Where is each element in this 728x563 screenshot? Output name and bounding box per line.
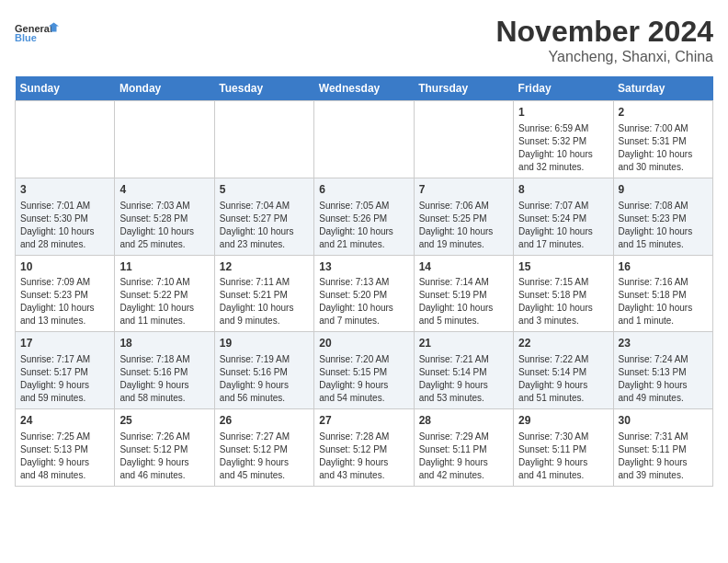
day-info: Sunrise: 7:08 AM Sunset: 5:23 PM Dayligh… bbox=[619, 200, 708, 251]
day-cell-1: 1Sunrise: 6:59 AM Sunset: 5:32 PM Daylig… bbox=[514, 101, 613, 178]
day-info: Sunrise: 7:22 AM Sunset: 5:14 PM Dayligh… bbox=[518, 353, 608, 405]
weekday-header-thursday: Thursday bbox=[414, 76, 513, 101]
day-info: Sunrise: 7:26 AM Sunset: 5:12 PM Dayligh… bbox=[119, 431, 209, 482]
day-number: 26 bbox=[220, 413, 309, 429]
day-cell-28: 28Sunrise: 7:29 AM Sunset: 5:11 PM Dayli… bbox=[414, 409, 513, 487]
day-cell-11: 11Sunrise: 7:10 AM Sunset: 5:22 PM Dayli… bbox=[115, 255, 214, 332]
day-cell-29: 29Sunrise: 7:30 AM Sunset: 5:11 PM Dayli… bbox=[514, 409, 613, 487]
day-number: 5 bbox=[220, 182, 309, 198]
day-number: 1 bbox=[518, 105, 608, 121]
day-cell-8: 8Sunrise: 7:07 AM Sunset: 5:24 PM Daylig… bbox=[514, 178, 613, 255]
weekday-header-wednesday: Wednesday bbox=[314, 76, 414, 101]
day-cell-24: 24Sunrise: 7:25 AM Sunset: 5:13 PM Dayli… bbox=[16, 409, 115, 487]
day-number: 12 bbox=[220, 259, 309, 275]
day-number: 22 bbox=[518, 336, 608, 351]
day-cell-20: 20Sunrise: 7:20 AM Sunset: 5:15 PM Dayli… bbox=[314, 332, 414, 409]
day-info: Sunrise: 7:24 AM Sunset: 5:13 PM Dayligh… bbox=[619, 353, 708, 405]
day-info: Sunrise: 7:13 AM Sunset: 5:20 PM Dayligh… bbox=[319, 276, 408, 327]
day-cell-7: 7Sunrise: 7:06 AM Sunset: 5:25 PM Daylig… bbox=[414, 178, 513, 255]
logo-svg: General Blue bbox=[15, 15, 61, 52]
day-info: Sunrise: 7:10 AM Sunset: 5:22 PM Dayligh… bbox=[119, 276, 209, 327]
day-cell-16: 16Sunrise: 7:16 AM Sunset: 5:18 PM Dayli… bbox=[613, 255, 712, 332]
day-number: 10 bbox=[20, 259, 109, 275]
day-info: Sunrise: 7:05 AM Sunset: 5:26 PM Dayligh… bbox=[319, 200, 408, 251]
day-number: 3 bbox=[20, 182, 109, 198]
day-info: Sunrise: 7:01 AM Sunset: 5:30 PM Dayligh… bbox=[20, 200, 109, 251]
day-number: 27 bbox=[319, 413, 408, 429]
day-number: 4 bbox=[119, 182, 209, 198]
day-cell-13: 13Sunrise: 7:13 AM Sunset: 5:20 PM Dayli… bbox=[314, 255, 414, 332]
day-number: 23 bbox=[619, 336, 708, 351]
day-number: 28 bbox=[419, 413, 508, 429]
empty-cell bbox=[16, 101, 115, 178]
day-number: 2 bbox=[619, 105, 708, 121]
day-info: Sunrise: 7:29 AM Sunset: 5:11 PM Dayligh… bbox=[419, 431, 508, 482]
day-cell-26: 26Sunrise: 7:27 AM Sunset: 5:12 PM Dayli… bbox=[214, 409, 313, 487]
day-number: 18 bbox=[119, 336, 209, 351]
day-cell-27: 27Sunrise: 7:28 AM Sunset: 5:12 PM Dayli… bbox=[314, 409, 414, 487]
day-info: Sunrise: 7:19 AM Sunset: 5:16 PM Dayligh… bbox=[220, 353, 309, 405]
day-number: 8 bbox=[518, 182, 608, 198]
month-title: November 2024 bbox=[495, 15, 713, 49]
day-info: Sunrise: 7:27 AM Sunset: 5:12 PM Dayligh… bbox=[220, 431, 309, 482]
day-info: Sunrise: 7:03 AM Sunset: 5:28 PM Dayligh… bbox=[119, 200, 209, 251]
day-info: Sunrise: 7:28 AM Sunset: 5:12 PM Dayligh… bbox=[319, 431, 408, 482]
day-number: 20 bbox=[319, 336, 408, 351]
day-cell-5: 5Sunrise: 7:04 AM Sunset: 5:27 PM Daylig… bbox=[214, 178, 313, 255]
day-cell-17: 17Sunrise: 7:17 AM Sunset: 5:17 PM Dayli… bbox=[16, 332, 115, 409]
empty-cell bbox=[115, 101, 214, 178]
day-cell-22: 22Sunrise: 7:22 AM Sunset: 5:14 PM Dayli… bbox=[514, 332, 613, 409]
day-info: Sunrise: 7:25 AM Sunset: 5:13 PM Dayligh… bbox=[20, 431, 109, 482]
day-info: Sunrise: 6:59 AM Sunset: 5:32 PM Dayligh… bbox=[518, 122, 608, 174]
day-info: Sunrise: 7:07 AM Sunset: 5:24 PM Dayligh… bbox=[518, 200, 608, 251]
day-info: Sunrise: 7:16 AM Sunset: 5:18 PM Dayligh… bbox=[619, 276, 708, 327]
day-cell-4: 4Sunrise: 7:03 AM Sunset: 5:28 PM Daylig… bbox=[115, 178, 214, 255]
day-cell-19: 19Sunrise: 7:19 AM Sunset: 5:16 PM Dayli… bbox=[214, 332, 313, 409]
day-cell-30: 30Sunrise: 7:31 AM Sunset: 5:11 PM Dayli… bbox=[613, 409, 712, 487]
logo: General Blue bbox=[15, 15, 61, 52]
weekday-header-friday: Friday bbox=[514, 76, 613, 101]
day-cell-21: 21Sunrise: 7:21 AM Sunset: 5:14 PM Dayli… bbox=[414, 332, 513, 409]
day-info: Sunrise: 7:15 AM Sunset: 5:18 PM Dayligh… bbox=[518, 276, 608, 327]
weekday-header-tuesday: Tuesday bbox=[214, 76, 313, 101]
day-cell-3: 3Sunrise: 7:01 AM Sunset: 5:30 PM Daylig… bbox=[16, 178, 115, 255]
day-info: Sunrise: 7:06 AM Sunset: 5:25 PM Dayligh… bbox=[419, 200, 508, 251]
svg-text:Blue: Blue bbox=[15, 32, 37, 43]
day-cell-25: 25Sunrise: 7:26 AM Sunset: 5:12 PM Dayli… bbox=[115, 409, 214, 487]
day-cell-18: 18Sunrise: 7:18 AM Sunset: 5:16 PM Dayli… bbox=[115, 332, 214, 409]
day-info: Sunrise: 7:14 AM Sunset: 5:19 PM Dayligh… bbox=[419, 276, 508, 327]
empty-cell bbox=[214, 101, 313, 178]
day-number: 24 bbox=[20, 413, 109, 429]
day-number: 25 bbox=[119, 413, 209, 429]
day-number: 6 bbox=[319, 182, 408, 198]
day-info: Sunrise: 7:17 AM Sunset: 5:17 PM Dayligh… bbox=[20, 353, 109, 405]
day-number: 15 bbox=[518, 259, 608, 275]
day-number: 30 bbox=[619, 413, 708, 429]
page-header: General Blue November 2024 Yancheng, Sha… bbox=[15, 15, 713, 65]
day-info: Sunrise: 7:21 AM Sunset: 5:14 PM Dayligh… bbox=[419, 353, 508, 405]
weekday-header-saturday: Saturday bbox=[613, 76, 712, 101]
title-block: November 2024 Yancheng, Shanxi, China bbox=[495, 15, 713, 65]
day-cell-14: 14Sunrise: 7:14 AM Sunset: 5:19 PM Dayli… bbox=[414, 255, 513, 332]
day-number: 17 bbox=[20, 336, 109, 351]
day-cell-6: 6Sunrise: 7:05 AM Sunset: 5:26 PM Daylig… bbox=[314, 178, 414, 255]
day-number: 21 bbox=[419, 336, 508, 351]
day-info: Sunrise: 7:11 AM Sunset: 5:21 PM Dayligh… bbox=[220, 276, 309, 327]
day-info: Sunrise: 7:04 AM Sunset: 5:27 PM Dayligh… bbox=[220, 200, 309, 251]
empty-cell bbox=[414, 101, 513, 178]
empty-cell bbox=[314, 101, 414, 178]
day-cell-12: 12Sunrise: 7:11 AM Sunset: 5:21 PM Dayli… bbox=[214, 255, 313, 332]
day-cell-2: 2Sunrise: 7:00 AM Sunset: 5:31 PM Daylig… bbox=[613, 101, 712, 178]
day-info: Sunrise: 7:20 AM Sunset: 5:15 PM Dayligh… bbox=[319, 353, 408, 405]
weekday-header-monday: Monday bbox=[115, 76, 214, 101]
day-number: 13 bbox=[319, 259, 408, 275]
day-number: 29 bbox=[518, 413, 608, 429]
day-number: 11 bbox=[119, 259, 209, 275]
day-info: Sunrise: 7:18 AM Sunset: 5:16 PM Dayligh… bbox=[119, 353, 209, 405]
day-number: 7 bbox=[419, 182, 508, 198]
day-number: 9 bbox=[619, 182, 708, 198]
weekday-header-sunday: Sunday bbox=[16, 76, 115, 101]
calendar-table: SundayMondayTuesdayWednesdayThursdayFrid… bbox=[15, 76, 713, 487]
day-info: Sunrise: 7:30 AM Sunset: 5:11 PM Dayligh… bbox=[518, 431, 608, 482]
location: Yancheng, Shanxi, China bbox=[495, 49, 713, 65]
